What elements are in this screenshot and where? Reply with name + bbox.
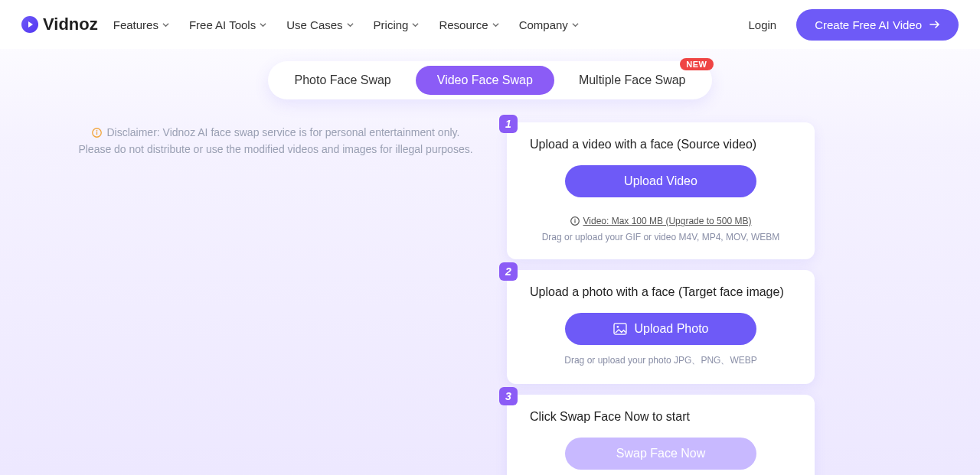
chevron-down-icon bbox=[260, 21, 266, 28]
disclaimer-line1: Disclaimer: Vidnoz AI face swap service … bbox=[106, 126, 459, 138]
disclaimer-text: Disclaimer: Vidnoz AI face swap service … bbox=[69, 124, 482, 158]
tab-video-face-swap[interactable]: Video Face Swap bbox=[416, 66, 554, 95]
tabs: Photo Face Swap Video Face Swap Multiple… bbox=[268, 61, 711, 99]
tab-label: Multiple Face Swap bbox=[579, 73, 686, 86]
logo-icon bbox=[21, 16, 38, 33]
nav-features[interactable]: Features bbox=[113, 18, 169, 31]
new-badge: NEW bbox=[680, 58, 713, 70]
button-label: Upload Video bbox=[624, 174, 697, 188]
nav-item-label: Use Cases bbox=[286, 18, 342, 31]
cta-label: Create Free AI Video bbox=[815, 18, 922, 31]
svg-point-5 bbox=[574, 219, 576, 220]
step-title: Click Swap Face Now to start bbox=[530, 410, 796, 424]
video-limit-link[interactable]: Video: Max 100 MB (Upgrade to 500 MB) bbox=[570, 216, 752, 226]
image-icon bbox=[613, 323, 627, 335]
nav-item-label: Pricing bbox=[374, 18, 409, 31]
main-nav: Features Free AI Tools Use Cases Pricing… bbox=[113, 18, 579, 31]
upload-video-button[interactable]: Upload Video bbox=[565, 165, 756, 197]
svg-rect-4 bbox=[574, 220, 575, 223]
step-2-card: 2 Upload a photo with a face (Target fac… bbox=[507, 270, 815, 384]
step-number: 1 bbox=[499, 115, 518, 133]
nav-item-label: Resource bbox=[439, 18, 488, 31]
info-icon bbox=[92, 128, 102, 138]
chevron-down-icon bbox=[412, 21, 419, 28]
steps-panel: 1 Upload a video with a face (Source vid… bbox=[507, 122, 815, 475]
nav-use-cases[interactable]: Use Cases bbox=[286, 18, 353, 31]
disclaimer-line2: Please do not distribute or use the modi… bbox=[78, 143, 472, 155]
video-limit-row: Video: Max 100 MB (Upgrade to 500 MB) bbox=[525, 207, 796, 229]
chevron-down-icon bbox=[347, 21, 354, 28]
chevron-down-icon bbox=[572, 21, 579, 28]
button-label: Upload Photo bbox=[635, 322, 709, 336]
video-limit-text: Video: Max 100 MB (Upgrade to 500 MB) bbox=[583, 216, 752, 226]
photo-formats-note: Drag or upload your photo JPG、PNG、WEBP bbox=[525, 354, 796, 367]
upload-photo-button[interactable]: Upload Photo bbox=[565, 313, 756, 345]
nav-item-label: Free AI Tools bbox=[189, 18, 256, 31]
nav-resource[interactable]: Resource bbox=[439, 18, 498, 31]
nav-item-label: Features bbox=[113, 18, 158, 31]
nav-pricing[interactable]: Pricing bbox=[374, 18, 420, 31]
step-number: 3 bbox=[499, 387, 518, 405]
logo[interactable]: Vidnoz bbox=[21, 15, 98, 34]
login-link[interactable]: Login bbox=[748, 18, 776, 31]
tab-photo-face-swap[interactable]: Photo Face Swap bbox=[273, 66, 412, 95]
button-label: Swap Face Now bbox=[616, 447, 706, 460]
step-number: 2 bbox=[499, 262, 518, 281]
svg-point-2 bbox=[96, 130, 97, 132]
step-title: Upload a video with a face (Source video… bbox=[530, 138, 796, 151]
nav-free-ai-tools[interactable]: Free AI Tools bbox=[189, 18, 266, 31]
tabs-group: Photo Face Swap Video Face Swap Multiple… bbox=[0, 61, 980, 99]
swap-face-button[interactable]: Swap Face Now bbox=[565, 438, 756, 470]
chevron-down-icon bbox=[162, 21, 169, 28]
info-icon bbox=[570, 216, 580, 226]
create-video-button[interactable]: Create Free AI Video bbox=[796, 9, 959, 41]
step-title: Upload a photo with a face (Target face … bbox=[530, 285, 796, 299]
logo-text: Vidnoz bbox=[43, 15, 98, 34]
chevron-down-icon bbox=[492, 21, 499, 28]
step-1-card: 1 Upload a video with a face (Source vid… bbox=[507, 122, 815, 259]
nav-item-label: Company bbox=[519, 18, 568, 31]
header: Vidnoz Features Free AI Tools Use Cases … bbox=[0, 0, 980, 49]
tab-multiple-face-swap[interactable]: Multiple Face Swap NEW bbox=[557, 66, 707, 95]
arrow-right-icon bbox=[929, 21, 940, 28]
svg-point-7 bbox=[616, 326, 619, 328]
nav-company[interactable]: Company bbox=[519, 18, 579, 31]
header-right: Login Create Free AI Video bbox=[748, 9, 959, 41]
video-formats-note: Drag or upload your GIF or video M4V, MP… bbox=[525, 232, 796, 242]
main: Disclaimer: Vidnoz AI face swap service … bbox=[0, 99, 980, 475]
svg-rect-1 bbox=[96, 132, 96, 135]
disclaimer-area: Disclaimer: Vidnoz AI face swap service … bbox=[69, 122, 482, 158]
step-3-card: 3 Click Swap Face Now to start Swap Face… bbox=[507, 395, 815, 475]
